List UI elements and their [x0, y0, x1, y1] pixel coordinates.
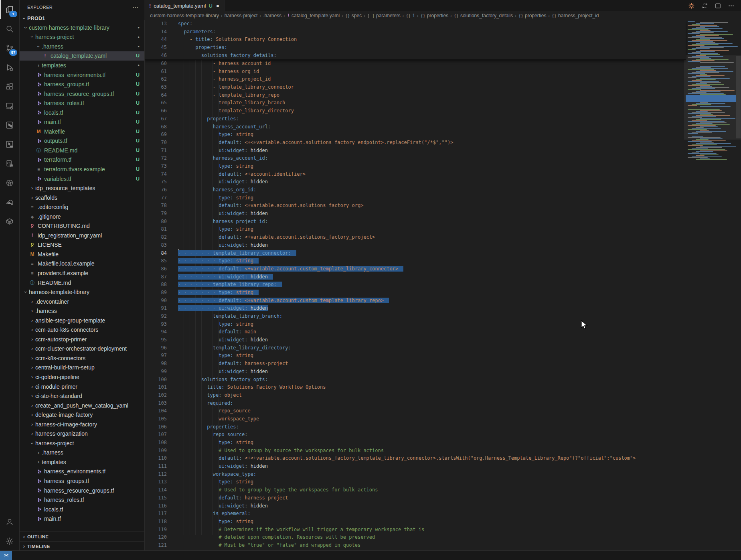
tree-item-ci-module-primer[interactable]: ›ci-module-primer: [19, 382, 144, 392]
code-line-111[interactable]: 111 ui:widget: hidden: [144, 463, 741, 471]
breadcrumb-item[interactable]: {}harness_project_id: [552, 13, 599, 18]
dev-container-icon[interactable]: [0, 154, 19, 173]
vertical-scrollbar[interactable]: [736, 56, 741, 138]
breadcrumb-item[interactable]: [ ]parameters: [367, 13, 401, 18]
code-line-62[interactable]: 62 - harness_project_id: [144, 75, 741, 83]
remote-explorer-icon[interactable]: [0, 96, 19, 116]
unsaved-dot-icon[interactable]: ●: [216, 2, 219, 9]
search-icon[interactable]: [0, 19, 19, 39]
tree-item-ccm-cluster-orchestrator-deployment[interactable]: ›ccm-cluster-orchestrator-deployment: [19, 344, 144, 354]
more-actions-icon[interactable]: [728, 2, 735, 9]
code-line-44[interactable]: 44 - title: Solutions Factory Connection: [144, 36, 686, 44]
code-line-103[interactable]: 103 required:: [144, 400, 741, 408]
code-line-107[interactable]: 107 repo_source:: [144, 431, 741, 439]
tree-item-providers-tf-example[interactable]: ≡providers.tf.example: [19, 268, 144, 278]
tree-item-harness-environments-tf[interactable]: harness_environments.tf: [19, 467, 144, 477]
tree-item-harness-groups-tf[interactable]: harness_groups.tfU: [19, 79, 144, 89]
code-line-85[interactable]: 85· · · · · · · type: string: [144, 257, 741, 265]
tree-item-ansible-step-group-template[interactable]: ›ansible-step-group-template: [19, 316, 144, 325]
tree-item-main-tf[interactable]: main.tf: [19, 514, 144, 523]
code-editor[interactable]: 60 - harness_account_id61 - harness_org_…: [144, 20, 741, 551]
code-line-110[interactable]: 110 default: <+<+variable.account.soluti…: [144, 454, 741, 463]
tree-item-custom-harness-template-library[interactable]: ›custom-harness-template-library●: [19, 23, 144, 32]
code-line-102[interactable]: 102 type: object: [144, 392, 741, 400]
tree-item-create-and-push-new-catalog-yaml[interactable]: ›create_and_push_new_catalog_yaml: [19, 401, 144, 410]
code-line-87[interactable]: 87· · · · · · · ui:widget: hidden: [144, 273, 741, 281]
tree-item-makefile-local-example[interactable]: ≡Makefile.local.example: [19, 259, 144, 269]
tree-item-idp-registration-mgr-yaml[interactable]: !idp_registration_mgr.yaml: [19, 231, 144, 240]
breadcrumb-item[interactable]: custom-harness-template-library: [150, 13, 219, 18]
tree-item-harness-template-library[interactable]: ›harness-template-library: [19, 287, 144, 297]
tree-item-main-tf[interactable]: main.tfU: [19, 117, 144, 127]
code-line-46[interactable]: 46 solutions_factory_details:: [144, 52, 686, 60]
run-starburst-icon[interactable]: [688, 2, 695, 9]
tree-item-harness-resource-groups-tf[interactable]: harness_resource_groups.tfU: [19, 89, 144, 99]
run-debug-icon[interactable]: [0, 58, 19, 77]
code-line-89[interactable]: 89· · · · · · · type: string: [144, 289, 741, 297]
code-line-100[interactable]: 100 solutions_factory_opts:: [144, 376, 741, 384]
workspace-section[interactable]: › PROD1: [19, 14, 144, 23]
tree-item-makefile[interactable]: MMakefile: [19, 250, 144, 259]
code-line-82[interactable]: 82 default: <+variable.account.solutions…: [144, 233, 741, 241]
tree-item-harness-roles-tf[interactable]: harness_roles.tf: [19, 495, 144, 505]
code-line-116[interactable]: 116 ui:widget: hidden: [144, 502, 741, 510]
tree-item--harness[interactable]: ›.harness: [19, 306, 144, 316]
code-line-96[interactable]: 96 template_library_directory:: [144, 344, 741, 352]
code-line-112[interactable]: 112 workspace_type:: [144, 471, 741, 479]
tree-item-idp-resource-templates[interactable]: ›idp_resource_templates: [19, 183, 144, 193]
code-line-63[interactable]: 63 - template_library_connector: [144, 83, 741, 91]
outline-section[interactable]: › OUTLINE: [19, 532, 144, 541]
code-line-115[interactable]: 115 default: harness-project: [144, 494, 741, 502]
code-line-68[interactable]: 68 harness_account_url:: [144, 123, 741, 131]
tree-item-harness-organization[interactable]: ›harness-organization: [19, 429, 144, 439]
code-line-99[interactable]: 99 ui:widget: hidden: [144, 368, 741, 376]
code-line-108[interactable]: 108 type: string: [144, 439, 741, 447]
code-line-120[interactable]: 120 # deleted upon completion. Resources…: [144, 534, 741, 542]
code-line-71[interactable]: 71 ui:widget: hidden: [144, 147, 741, 155]
tree-item-makefile[interactable]: MMakefileU: [19, 127, 144, 136]
code-line-61[interactable]: 61 - harness_org_id: [144, 68, 741, 76]
kubernetes-icon[interactable]: [0, 173, 19, 193]
code-line-67[interactable]: 67 properties:: [144, 115, 741, 123]
timeline-section[interactable]: › TIMELINE: [19, 541, 144, 551]
tree-item-templates[interactable]: ›templates: [19, 457, 144, 467]
tree-item--devcontainer[interactable]: ›.devcontainer: [19, 297, 144, 306]
breadcrumb-item[interactable]: {}1: [406, 13, 415, 18]
code-line-117[interactable]: 117 is_ephemeral:: [144, 510, 741, 518]
code-line-105[interactable]: 105 - workspace_type: [144, 415, 741, 423]
code-line-83[interactable]: 83 ui:widget: hidden: [144, 241, 741, 250]
tree-item-locals-tf[interactable]: locals.tf: [19, 505, 144, 514]
tree-item-variables-tf[interactable]: variables.tfU: [19, 174, 144, 184]
code-line-90[interactable]: 90· · · · · · · default: <+variable.acco…: [144, 297, 741, 305]
tree-item-scaffolds[interactable]: ›scaffolds: [19, 193, 144, 203]
tree-item--gitignore[interactable]: ◆.gitignore: [19, 212, 144, 221]
tree-item-delegate-image-factory[interactable]: ›delegate-image-factory: [19, 410, 144, 420]
tree-item-ccm-autostop-primer[interactable]: ›ccm-autostop-primer: [19, 335, 144, 344]
extensions-icon[interactable]: [0, 77, 19, 96]
terraform-cloud-icon[interactable]: [0, 135, 19, 154]
tree-item-terraform-tfvars-example[interactable]: ≡terraform.tfvars.exampleU: [19, 164, 144, 174]
tree-item-ccm-k8s-connectors[interactable]: ›ccm-k8s-connectors: [19, 353, 144, 363]
tree-item-ci-sto-hcr-standard[interactable]: ›ci-sto-hcr-standard: [19, 391, 144, 401]
code-line-113[interactable]: 113 type: string: [144, 478, 741, 486]
code-line-70[interactable]: 70 default: <+<+variable.account.solutio…: [144, 139, 741, 147]
code-line-91[interactable]: 91· · · · · · · ui:widget: hidden: [144, 304, 741, 312]
code-line-106[interactable]: 106 properties:: [144, 423, 741, 431]
code-line-84[interactable]: 84· · · · · · template_library_connector…: [144, 250, 741, 258]
containers-icon[interactable]: [0, 212, 19, 231]
code-line-94[interactable]: 94 default: main: [144, 328, 741, 336]
breadcrumb-item[interactable]: {}properties: [518, 13, 546, 18]
code-line-66[interactable]: 66 - template_library_directory: [144, 107, 741, 115]
tree-item-ccm-auto-k8s-connectors[interactable]: ›ccm-auto-k8s-connectors: [19, 325, 144, 335]
settings-icon[interactable]: [0, 532, 19, 551]
code-line-73[interactable]: 73 type: string: [144, 162, 741, 170]
code-line-72[interactable]: 72 harness_account_id:: [144, 154, 741, 162]
tree-item-contributing-md[interactable]: CONTRIBUTING.md: [19, 221, 144, 231]
code-line-77[interactable]: 77 type: string: [144, 194, 741, 202]
tree-item-readme-md[interactable]: ⓘREADME.mdU: [19, 146, 144, 155]
code-line-98[interactable]: 98 default: harness-project: [144, 360, 741, 368]
explorer-more-actions-icon[interactable]: ⋯: [132, 4, 139, 11]
code-line-80[interactable]: 80 harness_project_id:: [144, 218, 741, 226]
tree-item-harness-project[interactable]: ›harness-project: [19, 438, 144, 448]
code-line-118[interactable]: 118 type: string: [144, 518, 741, 526]
